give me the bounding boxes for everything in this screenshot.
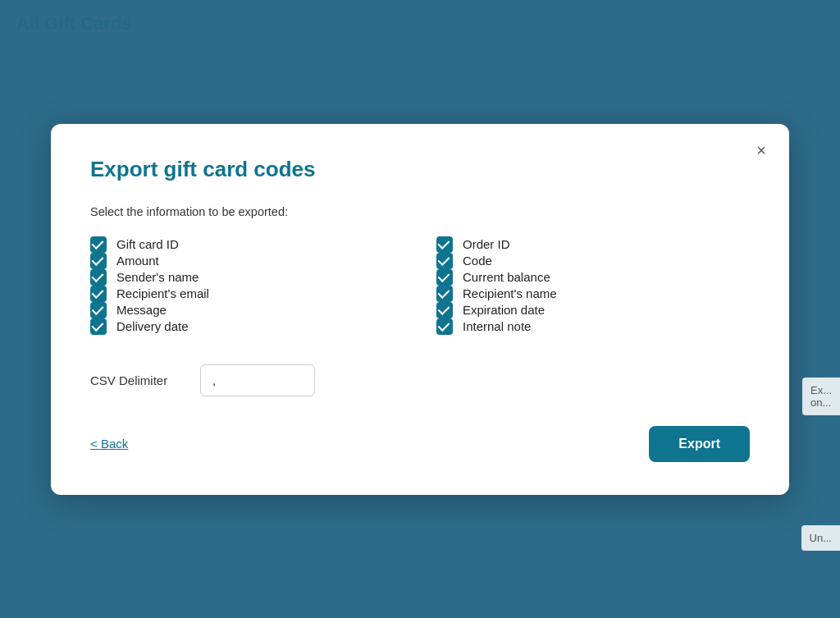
left-column: Gift card IDAmountSender's nameRecipient… <box>90 236 404 335</box>
checkbox-order_id[interactable] <box>436 236 453 253</box>
checkbox-item-current_balance: Current balance <box>436 269 750 286</box>
csv-delimiter-row: CSV Delimiter <box>90 364 750 396</box>
checkbox-recipients_name[interactable] <box>436 286 453 302</box>
checkbox-amount[interactable] <box>90 253 107 269</box>
label-current_balance[interactable]: Current balance <box>463 270 550 284</box>
checkbox-item-order_id: Order ID <box>436 236 750 253</box>
label-recipients_name[interactable]: Recipient's name <box>463 286 557 300</box>
close-button[interactable]: × <box>751 139 771 162</box>
checkbox-expiration_date[interactable] <box>436 302 453 318</box>
export-modal: × Export gift card codes Select the info… <box>51 124 789 495</box>
export-button[interactable]: Export <box>649 426 750 462</box>
bg-corner-text1: Ex...on... <box>802 378 840 415</box>
checkbox-message[interactable] <box>90 302 107 318</box>
bg-corner-text2: Un... <box>801 525 840 551</box>
label-amount[interactable]: Amount <box>116 254 159 268</box>
label-expiration_date[interactable]: Expiration date <box>463 303 545 317</box>
label-senders_name[interactable]: Sender's name <box>116 270 199 284</box>
checkbox-gift_card_id[interactable] <box>90 236 107 253</box>
checkbox-item-gift_card_id: Gift card ID <box>90 236 404 253</box>
label-internal_note[interactable]: Internal note <box>463 319 531 333</box>
checkbox-item-amount: Amount <box>90 253 404 269</box>
modal-backdrop: × Export gift card codes Select the info… <box>0 0 840 618</box>
checkbox-senders_name[interactable] <box>90 269 107 286</box>
modal-title: Export gift card codes <box>90 157 750 182</box>
checkbox-item-code: Code <box>436 253 750 269</box>
checkbox-delivery_date[interactable] <box>90 318 107 335</box>
back-button[interactable]: < Back <box>90 437 128 451</box>
checkbox-item-message: Message <box>90 302 404 318</box>
csv-delimiter-input[interactable] <box>200 364 315 396</box>
csv-delimiter-label: CSV Delimiter <box>90 373 180 387</box>
checkbox-grid: Gift card IDAmountSender's nameRecipient… <box>90 236 750 335</box>
label-message[interactable]: Message <box>116 303 167 317</box>
label-gift_card_id[interactable]: Gift card ID <box>116 237 179 251</box>
checkbox-internal_note[interactable] <box>436 318 453 335</box>
modal-subtitle: Select the information to be exported: <box>90 205 750 218</box>
label-delivery_date[interactable]: Delivery date <box>116 319 189 333</box>
checkbox-item-recipients_name: Recipient's name <box>436 286 750 302</box>
checkbox-item-senders_name: Sender's name <box>90 269 404 286</box>
label-order_id[interactable]: Order ID <box>463 237 510 251</box>
checkbox-code[interactable] <box>436 253 453 269</box>
modal-footer: < Back Export <box>90 426 750 462</box>
checkbox-current_balance[interactable] <box>436 269 453 286</box>
checkbox-item-delivery_date: Delivery date <box>90 318 404 335</box>
checkbox-recipients_email[interactable] <box>90 286 107 302</box>
checkbox-item-expiration_date: Expiration date <box>436 302 750 318</box>
checkbox-item-recipients_email: Recipient's email <box>90 286 404 302</box>
checkbox-item-internal_note: Internal note <box>436 318 750 335</box>
label-recipients_email[interactable]: Recipient's email <box>116 286 209 300</box>
right-column: Order IDCodeCurrent balanceRecipient's n… <box>436 236 750 335</box>
label-code[interactable]: Code <box>463 254 492 268</box>
